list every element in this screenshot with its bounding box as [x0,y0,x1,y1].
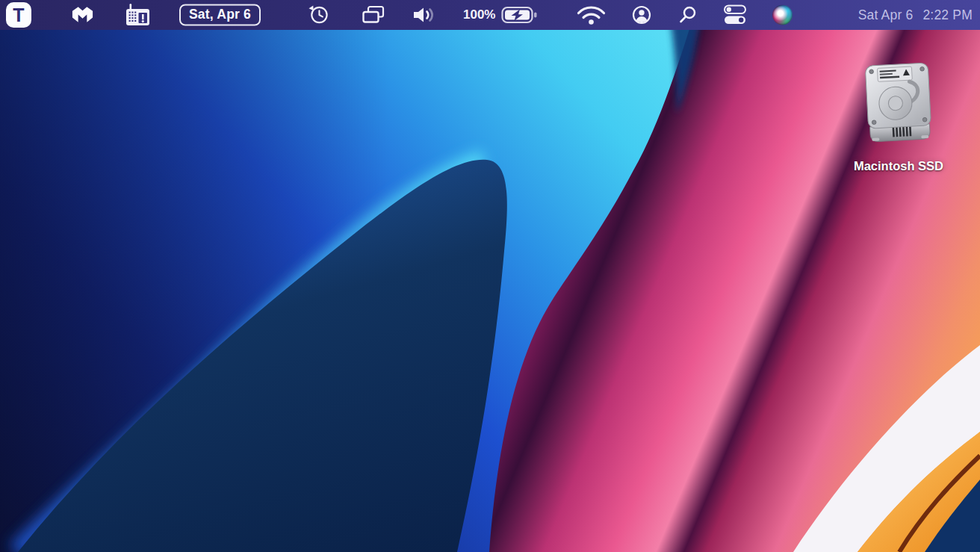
menubar-clock-time: 2:22 PM [922,7,973,23]
radio-alert-icon[interactable] [124,3,152,27]
m-logo-glyph [70,5,95,25]
wifi-icon[interactable] [576,4,607,26]
user-account-icon[interactable] [630,4,654,26]
hard-drive-icon [857,60,940,154]
radio-alert-glyph [124,3,152,27]
menu-bar: T Sat, Apr 6 [0,0,980,30]
screen-mirroring-icon[interactable] [361,5,386,25]
search-glyph [677,4,698,25]
time-machine-icon[interactable] [308,4,329,26]
menubar-date-button[interactable]: Sat, Apr 6 [179,4,261,26]
m-logo-icon[interactable] [70,5,95,25]
screen-mirroring-glyph [361,5,386,25]
menubar-date-label: Sat, Apr 6 [179,4,261,26]
siri-orb [772,5,793,25]
control-center-glyph [722,4,748,26]
menubar-clock[interactable]: Sat Apr 6 2:22 PM [858,7,973,23]
volume-glyph [412,4,440,25]
battery-percentage: 100% [463,7,495,22]
user-account-glyph [630,4,654,26]
desktop-icon-label: Macintosh SSD [854,159,943,173]
battery-status[interactable]: 100% [463,6,537,24]
wifi-glyph [576,4,607,26]
siri-icon[interactable] [772,5,793,25]
t-app-icon[interactable]: T [6,2,31,28]
spotlight-search-icon[interactable] [677,4,698,25]
t-app-logo-letter: T [13,2,24,28]
time-machine-glyph [308,4,329,26]
battery-charging-icon [501,6,537,24]
control-center-icon[interactable] [722,4,748,26]
menubar-clock-date: Sat Apr 6 [858,7,914,23]
desktop-icon-macintosh-ssd[interactable]: Macintosh SSD [835,60,962,173]
desktop-wallpaper [0,0,980,552]
volume-icon[interactable] [412,4,440,25]
